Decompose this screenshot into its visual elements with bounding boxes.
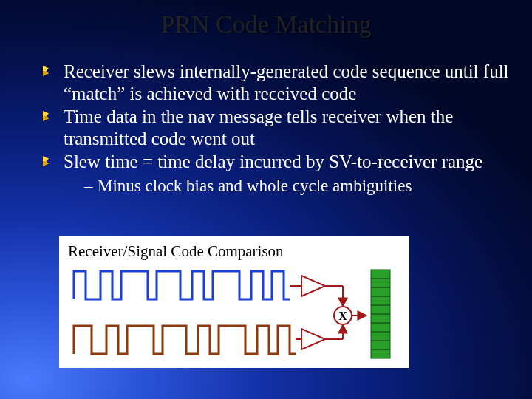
bullet-item: Time data in the nav message tells recei… <box>43 106 510 149</box>
multiplier-label: X <box>338 310 347 322</box>
page-title: PRN Code Matching <box>0 10 532 38</box>
sub-bullet-list: Minus clock bias and whole cycle ambigui… <box>64 176 510 197</box>
bullet-text: Slew time = time delay incurred by SV-to… <box>64 151 482 171</box>
code-comparison-diagram: X <box>68 265 400 363</box>
slide: PRN Code Matching Receiver slews interna… <box>0 0 532 399</box>
integrator-block-icon <box>371 270 390 358</box>
multiplier-icon: X <box>334 307 366 324</box>
sub-bullet-item: Minus clock bias and whole cycle ambigui… <box>84 176 510 197</box>
signal-code-wave <box>74 326 296 354</box>
figure-title: Receiver/Signal Code Comparison <box>68 242 400 261</box>
body-text: Receiver slews internally-generated code… <box>43 61 510 198</box>
bullet-item: Slew time = time delay incurred by SV-to… <box>43 151 510 197</box>
bullet-item: Receiver slews internally-generated code… <box>43 61 510 104</box>
amplifier-top-icon <box>290 276 343 307</box>
receiver-code-wave <box>74 271 290 299</box>
bullet-list: Receiver slews internally-generated code… <box>43 61 510 197</box>
code-comparison-figure: Receiver/Signal Code Comparison <box>59 236 409 368</box>
amplifier-bottom-icon <box>296 324 343 349</box>
